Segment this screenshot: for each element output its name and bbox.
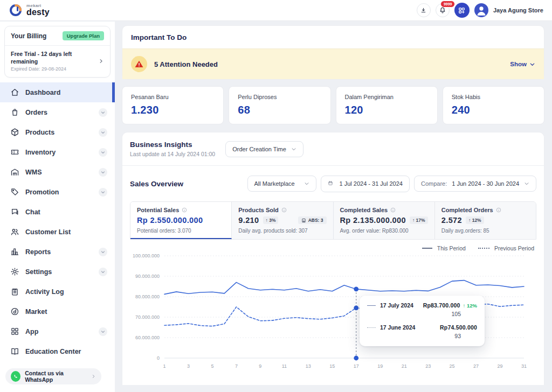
notification-count-badge: 9999 bbox=[440, 1, 456, 8]
solid-line-icon bbox=[367, 305, 376, 306]
sidebar-item-label: Settings bbox=[25, 268, 52, 276]
compare-range-value: 1 Jun 2024 - 30 Jun 2024 bbox=[452, 180, 519, 187]
svg-text:29: 29 bbox=[498, 363, 503, 369]
store-icon bbox=[301, 218, 306, 223]
svg-text:7: 7 bbox=[235, 363, 238, 369]
chevron-down-icon[interactable] bbox=[99, 188, 107, 197]
chevron-down-icon[interactable] bbox=[99, 128, 107, 137]
svg-text:15: 15 bbox=[329, 363, 335, 369]
sidebar-item-dashboard[interactable]: Dashboard bbox=[0, 82, 115, 102]
sidebar-item-label: Promotion bbox=[25, 188, 59, 196]
top-bar: mekari desty 9999 Jaya Agung Store bbox=[0, 0, 552, 21]
svg-text:100.000.000: 100.000.000 bbox=[133, 253, 160, 258]
chevron-down-icon bbox=[291, 146, 296, 152]
billing-expiry-text: Expired Date: 29-08-2024 bbox=[11, 66, 96, 72]
sidebar-item-settings[interactable]: Settings bbox=[0, 262, 115, 282]
tab-value: Rp 2.135.000.000 bbox=[340, 216, 406, 225]
home-icon bbox=[10, 88, 19, 97]
svg-text:21: 21 bbox=[402, 363, 407, 369]
sidebar-item-market[interactable]: Market bbox=[0, 302, 115, 321]
tooltip-value: Rp83.700.000 bbox=[423, 302, 460, 309]
svg-text:13: 13 bbox=[306, 363, 311, 369]
svg-text:19: 19 bbox=[377, 363, 383, 369]
main-content: Important To Do 5 Attention Needed Show … bbox=[115, 22, 552, 392]
order-creation-time-dropdown[interactable]: Order Creation Time bbox=[225, 141, 303, 157]
compare-range-picker[interactable]: Compare: 1 Jun 2024 - 30 Jun 2024 bbox=[414, 176, 536, 192]
chevron-down-icon bbox=[304, 181, 309, 186]
last-update-text: Last update at 14 July 2024 01:00 bbox=[130, 151, 215, 157]
svg-text:9: 9 bbox=[259, 363, 261, 369]
sidebar-item-label: App bbox=[25, 328, 38, 335]
chart-tooltip: 17 July 2024 Rp83.700.000 ↑ 12% 105 17 J… bbox=[360, 296, 485, 346]
bell-icon bbox=[439, 6, 446, 14]
svg-text:27: 27 bbox=[473, 363, 479, 369]
sidebar-item-education-center[interactable]: Education Center bbox=[0, 341, 115, 361]
chevron-down-icon[interactable] bbox=[99, 248, 107, 256]
show-button[interactable]: Show bbox=[510, 61, 535, 67]
attention-banner: 5 Attention Needed Show bbox=[122, 48, 544, 79]
sidebar-item-chat[interactable]: Chat bbox=[0, 202, 115, 222]
brand-desty: desty bbox=[26, 8, 50, 17]
stat-label: Dalam Pengiriman bbox=[345, 94, 429, 100]
change-badge: ↑ 12% bbox=[466, 216, 484, 224]
metric-tabs: Potential Sales Rp 2.550.000.000 Potenti… bbox=[130, 201, 536, 240]
store-name[interactable]: Jaya Agung Store bbox=[493, 7, 543, 13]
tab-label: Completed Orders bbox=[441, 207, 493, 213]
sidebar-item-activity-log[interactable]: Activity Log bbox=[0, 282, 115, 302]
sidebar: Your Billing Upgrade Plan Free Trial - 1… bbox=[0, 22, 115, 392]
notifications-button[interactable]: 9999 bbox=[436, 3, 450, 17]
chevron-down-icon[interactable] bbox=[99, 268, 107, 276]
chevron-down-icon[interactable] bbox=[99, 108, 107, 117]
chevron-down-icon[interactable] bbox=[99, 327, 107, 336]
desty-circle-icon bbox=[10, 307, 19, 316]
billing-card: Your Billing Upgrade Plan Free Trial - 1… bbox=[4, 26, 111, 78]
svg-text:3: 3 bbox=[187, 363, 190, 369]
tab-completed-orders[interactable]: Completed Orders 2.572 ↑ 12% Daily avg.o… bbox=[435, 202, 536, 239]
svg-text:70.000.000: 70.000.000 bbox=[135, 314, 160, 320]
stats-row: Pesanan Baru 1.230 Perlu Diproses 68 Dal… bbox=[122, 86, 544, 124]
warning-icon bbox=[131, 56, 147, 72]
sidebar-item-app[interactable]: App bbox=[0, 321, 115, 341]
chevron-right-icon bbox=[91, 374, 96, 379]
stat-value: 120 bbox=[345, 104, 429, 116]
stat-value: 1.230 bbox=[131, 104, 215, 116]
date-range-picker[interactable]: 1 Jul 2024 - 31 Jul 2024 bbox=[321, 176, 410, 192]
whatsapp-contact-button[interactable]: Contact us via WhatsApp bbox=[5, 368, 101, 384]
tab-subtext: Daily avg.orders: 85 bbox=[441, 228, 529, 234]
upgrade-plan-button[interactable]: Upgrade Plan bbox=[63, 31, 104, 40]
download-button[interactable] bbox=[417, 3, 431, 17]
info-icon bbox=[182, 207, 187, 213]
sidebar-item-inventory[interactable]: Inventory bbox=[0, 142, 115, 162]
sidebar-item-label: Orders bbox=[25, 109, 47, 116]
stat-card-pesanan-baru[interactable]: Pesanan Baru 1.230 bbox=[122, 86, 224, 124]
tab-products-sold[interactable]: Products Sold 9.210 ↑ 3% ABS: 3 Daily av… bbox=[232, 202, 333, 239]
important-todo-card: Important To Do 5 Attention Needed Show bbox=[122, 25, 544, 80]
sidebar-item-label: Dashboard bbox=[25, 89, 60, 96]
marketplace-dropdown[interactable]: All Marketplace bbox=[247, 176, 316, 192]
stat-card-stok-habis[interactable]: Stok Habis 240 bbox=[443, 86, 544, 124]
sidebar-item-reports[interactable]: Reports bbox=[0, 242, 115, 262]
grid-icon bbox=[10, 327, 19, 336]
chevron-down-icon[interactable] bbox=[99, 168, 107, 177]
chevron-down-icon[interactable] bbox=[99, 148, 107, 157]
billing-title: Your Billing bbox=[11, 32, 46, 40]
stat-card-dalam-pengiriman[interactable]: Dalam Pengiriman 120 bbox=[336, 86, 438, 124]
tooltip-date: 17 July 2024 bbox=[380, 302, 413, 309]
info-icon bbox=[281, 207, 287, 213]
sidebar-item-wms[interactable]: WMS bbox=[0, 162, 115, 182]
svg-text:23: 23 bbox=[425, 363, 431, 369]
sidebar-item-orders[interactable]: Orders bbox=[0, 102, 115, 122]
stat-card-perlu-diproses[interactable]: Perlu Diproses 68 bbox=[229, 86, 330, 124]
sidebar-item-customer-list[interactable]: Customer List bbox=[0, 222, 115, 242]
sales-chart-area[interactable]: 100.000.00090.000.00080.000.00070.000.00… bbox=[122, 253, 544, 377]
sidebar-item-products[interactable]: Products bbox=[0, 122, 115, 142]
active-indicator-bar bbox=[112, 82, 115, 102]
show-label: Show bbox=[510, 61, 527, 67]
user-avatar[interactable] bbox=[474, 3, 488, 17]
tooltip-count: 105 bbox=[423, 311, 477, 317]
billing-plan-row[interactable]: Free Trial - 12 days left remaining Expi… bbox=[5, 46, 110, 77]
apps-launcher-button[interactable] bbox=[454, 3, 470, 18]
sidebar-item-promotion[interactable]: Promotion bbox=[0, 182, 115, 202]
tab-completed-sales[interactable]: Completed Sales Rp 2.135.000.000 ↑ 17% A… bbox=[334, 202, 435, 239]
tab-potential-sales[interactable]: Potential Sales Rp 2.550.000.000 Potenti… bbox=[130, 202, 232, 239]
